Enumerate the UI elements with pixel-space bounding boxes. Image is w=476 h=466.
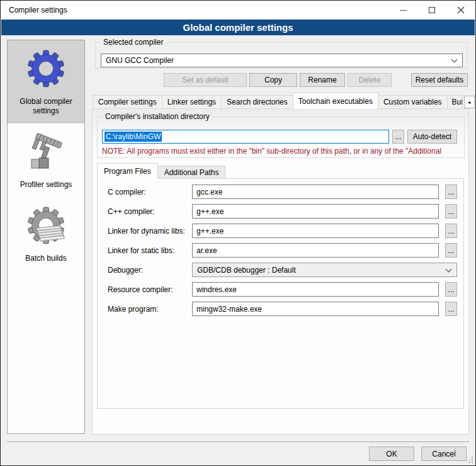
cpp-compiler-row: C++ compiler: ...: [108, 204, 457, 219]
debugger-value: GDB/CDB debugger : Default: [197, 266, 296, 275]
tab-build-options-truncated[interactable]: Build: [447, 95, 463, 109]
resource-compiler-input[interactable]: [192, 282, 439, 297]
caliper-icon: [26, 132, 66, 172]
c-compiler-row: C compiler: ...: [108, 185, 457, 199]
set-as-default-button[interactable]: Set as default: [164, 73, 247, 87]
debugger-dropdown[interactable]: GDB/CDB debugger : Default: [192, 263, 457, 277]
maximize-button[interactable]: [417, 1, 446, 20]
sidebar-item-global-compiler-settings[interactable]: Global compiler settings: [8, 40, 84, 123]
make-program-row: Make program: ...: [108, 302, 457, 316]
bin-subdirectory-note: NOTE: All programs must exist either in …: [102, 147, 463, 156]
sidebar-item-label: Global compiler settings: [10, 97, 82, 116]
tab-linker-settings[interactable]: Linker settings: [162, 95, 222, 109]
c-compiler-input[interactable]: [192, 185, 439, 199]
tab-additional-paths[interactable]: Additional Paths: [157, 166, 226, 179]
ok-button[interactable]: OK: [369, 446, 414, 461]
settings-sidebar: Global compiler settings Profiler settin…: [7, 40, 85, 434]
cpp-compiler-browse-button[interactable]: ...: [445, 204, 457, 219]
chevron-down-icon: [451, 57, 458, 63]
debugger-row: Debugger: GDB/CDB debugger : Default: [108, 263, 457, 277]
delete-button[interactable]: Delete: [348, 73, 392, 87]
tab-custom-variables[interactable]: Custom variables: [378, 95, 448, 109]
tab-program-files[interactable]: Program Files: [97, 163, 158, 179]
title-bar: Compiler settings: [1, 1, 475, 20]
rename-button[interactable]: Rename: [300, 73, 345, 87]
selected-compiler-value: GNU GCC Compiler: [106, 56, 174, 65]
installation-directory-value: C:\raylib\MinGW: [105, 132, 162, 142]
minimize-button[interactable]: [388, 1, 417, 20]
minimize-icon: [400, 10, 407, 11]
copy-button[interactable]: Copy: [249, 73, 297, 87]
toolchain-executables-panel: Compiler's installation directory C:\ray…: [92, 108, 469, 435]
arrow-left-icon: ◄: [467, 100, 472, 105]
programs-sub-tab-bar: Program Files Additional Paths: [97, 163, 225, 179]
gray-gear-papers-icon: [26, 205, 66, 246]
linker-static-label: Linker for static libs:: [108, 246, 192, 255]
compiler-actions-row: Set as default Copy Rename Delete Reset …: [95, 73, 468, 87]
tab-toolchain-executables[interactable]: Toolchain executables: [293, 93, 378, 109]
make-program-browse-button[interactable]: ...: [445, 302, 457, 316]
c-compiler-label: C compiler:: [108, 188, 192, 196]
cancel-button[interactable]: Cancel: [421, 446, 467, 461]
maximize-icon: [429, 7, 435, 13]
compiler-settings-dialog: Compiler settings Global compiler settin…: [0, 0, 476, 466]
sidebar-item-label: Profiler settings: [20, 180, 72, 190]
selected-compiler-dropdown[interactable]: GNU GCC Compiler: [101, 54, 463, 67]
resource-compiler-row: Resource compiler: ...: [108, 282, 457, 297]
linker-dynamic-input[interactable]: [192, 224, 439, 238]
dialog-heading: Global compiler settings: [1, 20, 475, 35]
installation-directory-group: Compiler's installation directory C:\ray…: [97, 116, 465, 158]
window-controls: [388, 1, 475, 20]
chevron-down-icon: [446, 266, 452, 272]
selected-compiler-group-label: Selected compiler: [101, 38, 166, 47]
settings-tab-bar: Compiler settings Linker settings Search…: [93, 93, 476, 109]
close-icon: [457, 6, 465, 14]
auto-detect-button[interactable]: Auto-detect: [407, 130, 457, 144]
linker-dynamic-label: Linker for dynamic libs:: [108, 227, 192, 236]
c-compiler-browse-button[interactable]: ...: [445, 185, 457, 199]
tab-scroll-buttons: ◄ ►: [464, 96, 476, 108]
cpp-compiler-input[interactable]: [192, 204, 439, 219]
sidebar-item-profiler-settings[interactable]: Profiler settings: [8, 123, 84, 197]
linker-dynamic-row: Linker for dynamic libs: ...: [108, 224, 457, 238]
installation-directory-browse-button[interactable]: ...: [392, 130, 404, 144]
window-title: Compiler settings: [9, 6, 67, 14]
installation-directory-input[interactable]: C:\raylib\MinGW: [102, 130, 389, 144]
sidebar-item-batch-builds[interactable]: Batch builds: [8, 197, 84, 271]
resize-grip-icon[interactable]: [467, 457, 473, 463]
installation-directory-group-label: Compiler's installation directory: [103, 112, 212, 121]
linker-dynamic-browse-button[interactable]: ...: [445, 224, 457, 238]
sidebar-item-label: Batch builds: [25, 254, 66, 263]
blue-gear-icon: [26, 48, 66, 89]
linker-static-row: Linker for static libs: ...: [108, 243, 457, 258]
close-button[interactable]: [446, 1, 475, 20]
tab-search-directories[interactable]: Search directories: [221, 95, 293, 109]
footer-buttons: OK Cancel: [369, 446, 467, 461]
resource-compiler-browse-button[interactable]: ...: [445, 282, 457, 297]
linker-static-input[interactable]: [192, 243, 439, 258]
tab-scroll-left-button[interactable]: ◄: [464, 96, 475, 108]
footer-divider: [7, 441, 469, 442]
program-files-panel: C compiler: ... C++ compiler: ... Linker…: [97, 178, 464, 409]
debugger-label: Debugger:: [108, 266, 192, 275]
resource-compiler-label: Resource compiler:: [108, 285, 192, 294]
tab-compiler-settings[interactable]: Compiler settings: [93, 95, 162, 109]
make-program-input[interactable]: [192, 302, 439, 316]
cpp-compiler-label: C++ compiler:: [108, 207, 192, 216]
linker-static-browse-button[interactable]: ...: [445, 243, 457, 258]
make-program-label: Make program:: [108, 305, 192, 314]
reset-defaults-button[interactable]: Reset defaults: [411, 73, 468, 87]
selected-compiler-group: Selected compiler GNU GCC Compiler: [95, 42, 468, 69]
